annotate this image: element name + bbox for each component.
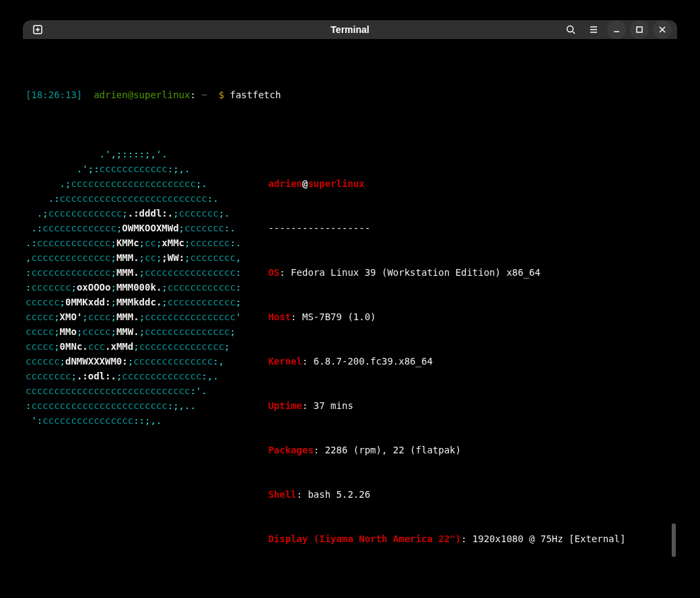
window-title: Terminal <box>330 24 369 35</box>
terminal-content[interactable]: [18:26:13] adrien@superlinux: ~ $ fastfe… <box>23 39 677 578</box>
prompt-line-1: [18:26:13] adrien@superlinux: ~ $ fastfe… <box>26 87 674 102</box>
scrollbar[interactable] <box>672 523 676 557</box>
terminal-window: Terminal [18:26:13] adrien@superlinux: ~… <box>23 20 677 578</box>
system-info: adrien@superlinux ------------------ OS:… <box>268 147 625 578</box>
maximize-button[interactable] <box>630 20 649 39</box>
search-icon[interactable] <box>561 20 580 39</box>
titlebar: Terminal <box>23 20 677 39</box>
close-button[interactable] <box>653 20 672 39</box>
menu-icon[interactable] <box>584 20 603 39</box>
svg-rect-2 <box>637 27 642 32</box>
ascii-logo: .',;::::;,'. .';:cccccccccccc:;,. .;cccc… <box>26 147 241 428</box>
minimize-button[interactable] <box>607 20 626 39</box>
new-tab-button[interactable] <box>28 20 47 39</box>
svg-point-1 <box>567 26 573 32</box>
